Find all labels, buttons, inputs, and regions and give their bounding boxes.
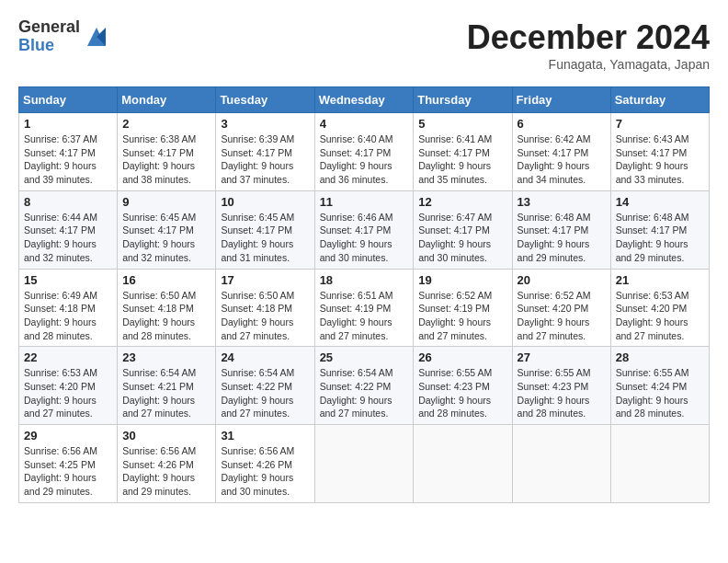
calendar-week-2: 8Sunrise: 6:44 AM Sunset: 4:17 PM Daylig… <box>19 190 710 269</box>
weekday-header-sunday: Sunday <box>19 87 118 113</box>
weekday-header-saturday: Saturday <box>610 87 709 113</box>
day-info: Sunrise: 6:54 AM Sunset: 4:21 PM Dayligh… <box>122 366 210 420</box>
day-info: Sunrise: 6:50 AM Sunset: 4:18 PM Dayligh… <box>221 289 309 343</box>
calendar-cell: 30Sunrise: 6:56 AM Sunset: 4:26 PM Dayli… <box>118 425 216 503</box>
calendar-cell: 20Sunrise: 6:52 AM Sunset: 4:20 PM Dayli… <box>512 269 610 347</box>
calendar-cell: 25Sunrise: 6:54 AM Sunset: 4:22 PM Dayli… <box>314 347 414 425</box>
day-number: 21 <box>616 273 704 287</box>
day-info: Sunrise: 6:45 AM Sunset: 4:17 PM Dayligh… <box>221 211 309 265</box>
calendar-cell: 14Sunrise: 6:48 AM Sunset: 4:17 PM Dayli… <box>610 190 709 269</box>
calendar-cell: 8Sunrise: 6:44 AM Sunset: 4:17 PM Daylig… <box>19 190 118 269</box>
day-number: 26 <box>418 350 506 364</box>
day-number: 2 <box>122 117 210 131</box>
day-number: 15 <box>24 273 112 287</box>
day-info: Sunrise: 6:42 AM Sunset: 4:17 PM Dayligh… <box>518 132 606 187</box>
day-info: Sunrise: 6:56 AM Sunset: 4:26 PM Dayligh… <box>122 444 210 499</box>
calendar-week-3: 15Sunrise: 6:49 AM Sunset: 4:18 PM Dayli… <box>19 269 710 347</box>
calendar-cell: 16Sunrise: 6:50 AM Sunset: 4:18 PM Dayli… <box>118 269 216 347</box>
calendar-cell: 10Sunrise: 6:45 AM Sunset: 4:17 PM Dayli… <box>216 190 314 269</box>
logo-general-text: General <box>18 18 80 37</box>
location-text: Funagata, Yamagata, Japan <box>467 57 710 72</box>
calendar-table: SundayMondayTuesdayWednesdayThursdayFrid… <box>18 86 710 503</box>
day-number: 19 <box>418 273 506 287</box>
day-number: 23 <box>122 350 210 364</box>
day-info: Sunrise: 6:56 AM Sunset: 4:26 PM Dayligh… <box>221 444 309 499</box>
calendar-cell: 19Sunrise: 6:52 AM Sunset: 4:19 PM Dayli… <box>414 269 512 347</box>
logo: General Blue <box>18 18 109 55</box>
month-title: December 2024 <box>467 18 710 57</box>
day-info: Sunrise: 6:40 AM Sunset: 4:17 PM Dayligh… <box>320 132 409 187</box>
day-number: 22 <box>24 350 112 364</box>
calendar-cell: 26Sunrise: 6:55 AM Sunset: 4:23 PM Dayli… <box>414 347 512 425</box>
day-number: 20 <box>518 273 606 287</box>
day-number: 6 <box>518 117 606 131</box>
day-info: Sunrise: 6:39 AM Sunset: 4:17 PM Dayligh… <box>221 132 309 187</box>
day-info: Sunrise: 6:52 AM Sunset: 4:20 PM Dayligh… <box>518 289 606 343</box>
weekday-header-thursday: Thursday <box>414 87 512 113</box>
logo-icon <box>84 24 109 50</box>
page-header: General Blue December 2024 Funagata, Yam… <box>18 18 710 72</box>
day-number: 11 <box>320 195 409 209</box>
calendar-cell: 7Sunrise: 6:43 AM Sunset: 4:17 PM Daylig… <box>610 113 709 191</box>
calendar-cell: 9Sunrise: 6:45 AM Sunset: 4:17 PM Daylig… <box>118 190 216 269</box>
day-info: Sunrise: 6:37 AM Sunset: 4:17 PM Dayligh… <box>24 132 112 187</box>
day-info: Sunrise: 6:56 AM Sunset: 4:25 PM Dayligh… <box>24 444 112 499</box>
calendar-cell <box>314 425 414 503</box>
weekday-header-monday: Monday <box>118 87 216 113</box>
day-number: 25 <box>320 350 409 364</box>
day-number: 5 <box>418 117 506 131</box>
calendar-week-4: 22Sunrise: 6:53 AM Sunset: 4:20 PM Dayli… <box>19 347 710 425</box>
day-number: 1 <box>24 117 112 131</box>
day-info: Sunrise: 6:55 AM Sunset: 4:23 PM Dayligh… <box>418 366 506 420</box>
calendar-cell: 2Sunrise: 6:38 AM Sunset: 4:17 PM Daylig… <box>118 113 216 191</box>
day-info: Sunrise: 6:49 AM Sunset: 4:18 PM Dayligh… <box>24 289 112 343</box>
day-number: 28 <box>616 350 704 364</box>
day-info: Sunrise: 6:48 AM Sunset: 4:17 PM Dayligh… <box>616 211 704 265</box>
day-info: Sunrise: 6:43 AM Sunset: 4:17 PM Dayligh… <box>616 132 704 187</box>
calendar-week-5: 29Sunrise: 6:56 AM Sunset: 4:25 PM Dayli… <box>19 425 710 503</box>
day-number: 16 <box>122 273 210 287</box>
calendar-cell: 3Sunrise: 6:39 AM Sunset: 4:17 PM Daylig… <box>216 113 314 191</box>
calendar-cell: 4Sunrise: 6:40 AM Sunset: 4:17 PM Daylig… <box>314 113 414 191</box>
day-number: 9 <box>122 195 210 209</box>
calendar-cell <box>414 425 512 503</box>
calendar-cell: 22Sunrise: 6:53 AM Sunset: 4:20 PM Dayli… <box>19 347 118 425</box>
calendar-cell: 11Sunrise: 6:46 AM Sunset: 4:17 PM Dayli… <box>314 190 414 269</box>
day-info: Sunrise: 6:51 AM Sunset: 4:19 PM Dayligh… <box>320 289 409 343</box>
calendar-cell: 18Sunrise: 6:51 AM Sunset: 4:19 PM Dayli… <box>314 269 414 347</box>
day-number: 24 <box>221 350 309 364</box>
day-info: Sunrise: 6:47 AM Sunset: 4:17 PM Dayligh… <box>418 211 506 265</box>
day-number: 29 <box>24 429 112 442</box>
day-info: Sunrise: 6:53 AM Sunset: 4:20 PM Dayligh… <box>616 289 704 343</box>
day-number: 27 <box>518 350 606 364</box>
calendar-cell: 13Sunrise: 6:48 AM Sunset: 4:17 PM Dayli… <box>512 190 610 269</box>
day-number: 30 <box>122 429 210 442</box>
calendar-cell: 6Sunrise: 6:42 AM Sunset: 4:17 PM Daylig… <box>512 113 610 191</box>
weekday-header-wednesday: Wednesday <box>314 87 414 113</box>
calendar-cell: 23Sunrise: 6:54 AM Sunset: 4:21 PM Dayli… <box>118 347 216 425</box>
weekday-header-row: SundayMondayTuesdayWednesdayThursdayFrid… <box>19 87 710 113</box>
day-info: Sunrise: 6:55 AM Sunset: 4:23 PM Dayligh… <box>518 366 606 420</box>
day-info: Sunrise: 6:38 AM Sunset: 4:17 PM Dayligh… <box>122 132 210 187</box>
day-info: Sunrise: 6:46 AM Sunset: 4:17 PM Dayligh… <box>320 211 409 265</box>
calendar-week-1: 1Sunrise: 6:37 AM Sunset: 4:17 PM Daylig… <box>19 113 710 191</box>
day-number: 12 <box>418 195 506 209</box>
calendar-cell: 21Sunrise: 6:53 AM Sunset: 4:20 PM Dayli… <box>610 269 709 347</box>
title-block: December 2024 Funagata, Yamagata, Japan <box>467 18 710 72</box>
calendar-cell: 29Sunrise: 6:56 AM Sunset: 4:25 PM Dayli… <box>19 425 118 503</box>
calendar-cell <box>512 425 610 503</box>
calendar-cell: 5Sunrise: 6:41 AM Sunset: 4:17 PM Daylig… <box>414 113 512 191</box>
calendar-cell: 27Sunrise: 6:55 AM Sunset: 4:23 PM Dayli… <box>512 347 610 425</box>
calendar-cell: 1Sunrise: 6:37 AM Sunset: 4:17 PM Daylig… <box>19 113 118 191</box>
day-info: Sunrise: 6:52 AM Sunset: 4:19 PM Dayligh… <box>418 289 506 343</box>
calendar-cell: 24Sunrise: 6:54 AM Sunset: 4:22 PM Dayli… <box>216 347 314 425</box>
day-number: 3 <box>221 117 309 131</box>
calendar-cell: 15Sunrise: 6:49 AM Sunset: 4:18 PM Dayli… <box>19 269 118 347</box>
day-info: Sunrise: 6:50 AM Sunset: 4:18 PM Dayligh… <box>122 289 210 343</box>
calendar-cell: 12Sunrise: 6:47 AM Sunset: 4:17 PM Dayli… <box>414 190 512 269</box>
day-number: 31 <box>221 429 309 442</box>
day-number: 8 <box>24 195 112 209</box>
day-number: 7 <box>616 117 704 131</box>
weekday-header-friday: Friday <box>512 87 610 113</box>
weekday-header-tuesday: Tuesday <box>216 87 314 113</box>
